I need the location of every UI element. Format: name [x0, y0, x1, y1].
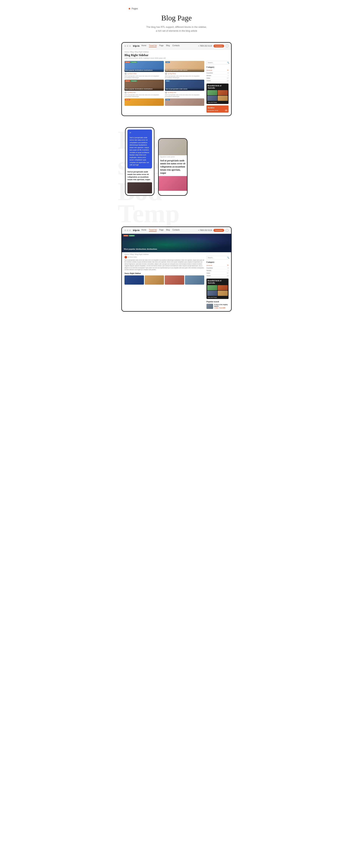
category-name-all: Show All — [206, 69, 212, 71]
post-author-1: by Olivia Collins — [127, 73, 137, 74]
search-input-2[interactable] — [208, 257, 227, 258]
category-item-countries[interactable]: Countries 6 — [206, 72, 228, 74]
sidebar-search[interactable]: 🔍 — [206, 61, 228, 64]
birds-photos-grid-2 — [206, 285, 228, 296]
category2-item-all[interactable]: Show All 56 — [206, 264, 228, 267]
tag-video-2: Video — [165, 61, 170, 63]
browser-search-icon-2[interactable] — [226, 229, 228, 232]
quote-block: " Sed ut perspiciatis unde omnis iste na… — [127, 129, 152, 168]
post-card-4[interactable]: Video Sed ut perspiciatis unde omnis by … — [165, 80, 204, 97]
post-image-3: Stream Countries Most popular destinatio… — [125, 80, 164, 91]
story-thumb-1[interactable] — [125, 275, 144, 285]
posts-grid-2: Stream Video — [125, 98, 204, 106]
post-card-img-1: Stream Countries Most popular destinatio… — [125, 61, 164, 72]
blog2-main: by Olivia Collins Sed ut perspiciatis un… — [125, 256, 204, 310]
birds-widget-title: Beautiful birds of Australia — [206, 84, 228, 90]
quote-mark: " — [130, 132, 150, 135]
nav2-travel-list[interactable]: Travel list — [149, 229, 157, 231]
popular-travel-widget: Popular travel A trip to the mighty dese… — [206, 301, 228, 309]
post-card-6[interactable]: Video — [165, 98, 204, 106]
browser-search-icon[interactable] — [226, 44, 228, 48]
nav2-home[interactable]: Home — [141, 229, 146, 231]
hero-tag-countries: Countries — [129, 235, 135, 237]
post-card-1[interactable]: Stream Countries Most popular destinatio… — [125, 61, 164, 79]
search-input[interactable] — [208, 62, 227, 63]
archive-month: November 2018 — [207, 110, 218, 111]
category-item-video[interactable]: Video 37 — [206, 77, 228, 80]
category2-name-all: Show All — [206, 265, 212, 266]
post-image-1: Stream Countries Most popular destinatio… — [125, 61, 164, 72]
nav-travel-list[interactable]: Travel list — [149, 44, 157, 47]
browser-bar-2: trip·in Home Travel list Page Blog Conta… — [122, 227, 231, 234]
browser-dot-1 — [125, 45, 126, 47]
bird-photo-8 — [218, 291, 228, 296]
site-logo-2: trip·in — [133, 229, 139, 231]
tag-countries-1: Countries — [131, 61, 137, 63]
phone-article-title-1: Sed ut perspiciatis unde omnis iste natu… — [127, 170, 152, 181]
post-card-2[interactable]: Video Sed ut perspiciatis unde omnis by … — [165, 61, 204, 79]
tag-countries-3: Countries — [131, 80, 137, 82]
browser-dot-5 — [127, 229, 128, 231]
main-nav-2: Home Travel list Page Blog Contacts — [141, 229, 198, 231]
bird-photo-1 — [207, 90, 217, 95]
author-avatar-hero — [125, 256, 127, 258]
post-meta-2: by May Fisher — [165, 72, 204, 75]
story-thumb-2[interactable] — [145, 275, 164, 285]
sidebar-search-2[interactable]: 🔍 — [206, 256, 228, 259]
search-button[interactable]: 🔍 — [227, 62, 229, 64]
story-thumb-4[interactable] — [185, 275, 204, 285]
nav-page[interactable]: Page — [159, 44, 163, 47]
post-tags-4: Video — [165, 80, 170, 82]
category-name-countries: Countries — [206, 72, 213, 74]
post-image-6: Video — [165, 98, 204, 106]
blog-content-1: Home / Blog / Blog Right Sidebar Blog Ri… — [122, 50, 231, 116]
post-card-5[interactable]: Stream — [125, 98, 164, 106]
category-item-all[interactable]: Show All 66 — [206, 69, 228, 72]
blog-sidebar-1: 🔍 Category Show All 66 Countries 6 Strea… — [206, 61, 228, 114]
post-author-2: by May Fisher — [168, 73, 176, 74]
post-excerpt-3: Sed in perspiciatis unde omnis iste natu… — [125, 94, 164, 97]
category2-item-stream[interactable]: Stream 1 — [206, 269, 228, 272]
favourites-button[interactable]: Favourites — [214, 44, 224, 48]
hero-post-image: Stream Countries Most popular destinatio… — [122, 234, 231, 252]
category-item-travel[interactable]: Travel 13 — [206, 80, 228, 82]
post-card-3[interactable]: Stream Countries Most popular destinatio… — [125, 80, 164, 97]
nav-blog[interactable]: Blog — [166, 44, 170, 47]
bg-text-4: Temp — [118, 201, 180, 226]
story-thumb-3[interactable] — [165, 275, 184, 285]
category2-item-travel[interactable]: Travel 13 — [206, 275, 228, 277]
bird-photo-3 — [207, 96, 217, 101]
post-avatar-3 — [125, 91, 127, 94]
blog-subtitle: Latin America from 48 th, making 5 more … — [125, 57, 228, 59]
favourites-button-2[interactable]: Favourites — [214, 229, 224, 232]
post-avatar-1 — [125, 73, 127, 75]
nav2-blog[interactable]: Blog — [166, 229, 170, 231]
category-item-stream[interactable]: Stream 1 — [206, 74, 228, 77]
post-author-4: by Henry Ortiz — [168, 92, 176, 93]
post-overlay-3: Most popular destinations destinations — [125, 87, 164, 91]
post-tags-5: Stream — [125, 99, 130, 100]
phone-number: + 7809 202 0119 — [198, 45, 212, 47]
birds-view-all-link[interactable]: View All Photo — [206, 101, 228, 104]
category2-item-countries[interactable]: Countries 6 — [206, 267, 228, 269]
birds-view-all-link-2[interactable]: View All Photo — [206, 296, 228, 299]
bird-photo-4 — [218, 96, 228, 101]
browser-dot-4 — [125, 229, 126, 231]
archive-widget: Archive November 2018 96 — [206, 105, 228, 113]
tag-video-6: Video — [165, 99, 170, 100]
post-tags-2: Video — [165, 61, 170, 63]
tag-stream-5: Stream — [125, 99, 130, 100]
nav-home[interactable]: Home — [141, 44, 146, 47]
post-image-4: Video Sed ut perspiciatis unde omnis — [165, 80, 204, 91]
search-button-2[interactable]: 🔍 — [227, 257, 229, 259]
category2-item-video[interactable]: Video 37 — [206, 272, 228, 275]
category2-name-stream: Stream — [206, 270, 211, 271]
popular-item-1[interactable]: A trip to the mighty desert 1 tours from… — [206, 304, 228, 309]
post-title-3: Most popular destinations destinations — [125, 88, 163, 90]
nav2-page[interactable]: Page — [159, 229, 163, 231]
birds-photos-grid — [206, 90, 228, 101]
nav2-contacts[interactable]: Contacts — [172, 229, 180, 231]
nav-contacts[interactable]: Contacts — [172, 44, 180, 47]
breadcrumb-dot — [129, 8, 130, 9]
archive-item-nov[interactable]: November 2018 96 — [207, 110, 227, 112]
